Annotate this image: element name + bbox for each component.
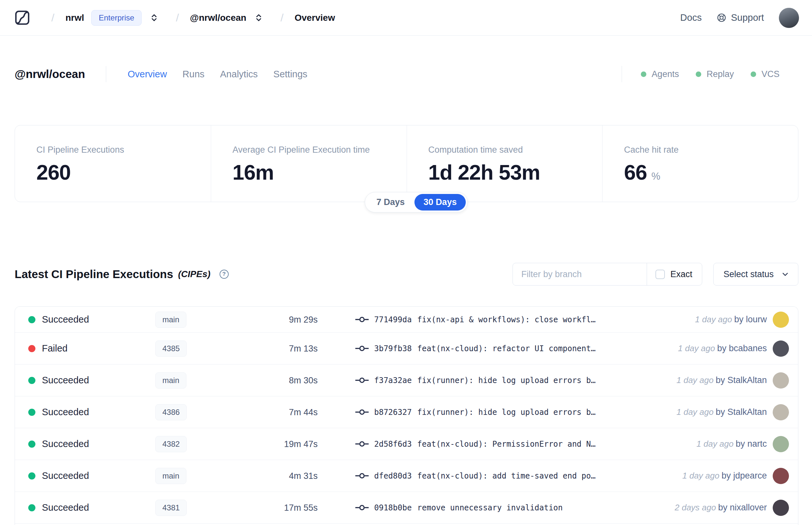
breadcrumb-separator: / bbox=[176, 11, 179, 24]
author-avatar bbox=[773, 436, 789, 452]
workspace-title: @nrwl/ocean bbox=[15, 68, 85, 80]
stat-label: Average CI Pipeline Execution time bbox=[232, 145, 407, 155]
status-label: Succeeded bbox=[42, 439, 148, 449]
duration: 4m 31s bbox=[261, 471, 318, 481]
branch-badge[interactable]: 4385 bbox=[155, 341, 187, 357]
branch-badge[interactable]: main bbox=[155, 468, 186, 484]
status-label: Failed bbox=[42, 343, 148, 354]
executions-header: Latest CI Pipeline Executions (CIPEs) ? … bbox=[15, 262, 798, 287]
commit[interactable]: dfed80d3 feat(nx-cloud): add time-saved … bbox=[355, 471, 596, 480]
commit[interactable]: b8726327 fix(runner): hide log upload er… bbox=[355, 408, 596, 417]
service-replay[interactable]: Replay bbox=[696, 69, 734, 79]
tab-runs[interactable]: Runs bbox=[183, 69, 205, 79]
org-switcher-button[interactable] bbox=[149, 13, 159, 22]
commit-message: remove unnecessary invalidation bbox=[417, 503, 563, 512]
commit[interactable]: 2d58f6d3 feat(nx-cloud): PermissionError… bbox=[355, 439, 596, 449]
service-label: Replay bbox=[706, 69, 734, 79]
commit-message: feat(nx-cloud): refactor UI component… bbox=[417, 344, 596, 353]
support-label: Support bbox=[731, 12, 764, 23]
header-actions: Docs Support bbox=[680, 8, 799, 28]
row-meta: 1 day ago by StalkAltan bbox=[677, 404, 789, 420]
tab-overview[interactable]: Overview bbox=[128, 69, 167, 79]
branch-filter-group: Exact bbox=[512, 263, 703, 286]
tab-analytics[interactable]: Analytics bbox=[220, 69, 258, 79]
chevron-up-down-icon bbox=[254, 13, 263, 22]
commit-hash: 2d58f6d3 bbox=[374, 439, 412, 449]
status-label: Succeeded bbox=[42, 470, 148, 481]
table-row[interactable]: Succeeded 4381 17m 55s 0918b0be remove u… bbox=[15, 492, 798, 524]
stat-average-execution-time: Average CI Pipeline Execution time 16m bbox=[211, 125, 407, 202]
life-buoy-icon bbox=[717, 13, 726, 23]
status-dot bbox=[641, 72, 646, 77]
status-dot bbox=[28, 472, 35, 480]
nx-logo-icon[interactable] bbox=[15, 10, 30, 25]
stat-value: 16m bbox=[232, 160, 407, 184]
table-row[interactable]: Succeeded main 8m 30s f37a32ae fix(runne… bbox=[15, 364, 798, 396]
status-label: Succeeded bbox=[42, 375, 148, 386]
author-avatar bbox=[773, 404, 789, 420]
service-vcs[interactable]: VCS bbox=[751, 69, 780, 79]
chevron-down-icon bbox=[781, 270, 790, 279]
author: by nixallover bbox=[718, 502, 767, 512]
breadcrumb-org[interactable]: nrwl bbox=[65, 13, 84, 23]
service-agents[interactable]: Agents bbox=[641, 69, 679, 79]
chevron-up-down-icon bbox=[149, 13, 159, 22]
table-row[interactable]: Succeeded 4386 7m 44s b8726327 fix(runne… bbox=[15, 396, 798, 428]
time-ago: 2 days ago bbox=[675, 502, 716, 512]
service-status-list: Agents Replay VCS bbox=[641, 69, 780, 79]
commit[interactable]: 3b79fb38 feat(nx-cloud): refactor UI com… bbox=[355, 344, 596, 353]
service-label: VCS bbox=[761, 69, 780, 79]
stats-panel: CI Pipeline Executions 260 Average CI Pi… bbox=[15, 125, 798, 202]
commit-hash: f37a32ae bbox=[374, 376, 412, 385]
row-meta: 1 day ago by StalkAltan bbox=[677, 372, 789, 389]
user-avatar[interactable] bbox=[779, 8, 799, 28]
duration: 19m 47s bbox=[261, 439, 318, 449]
exact-filter: Exact bbox=[647, 263, 702, 285]
row-meta: 1 day ago by nartc bbox=[696, 436, 789, 452]
status-dot bbox=[28, 316, 35, 323]
tab-settings[interactable]: Settings bbox=[274, 69, 308, 79]
status-select-button[interactable]: Select status bbox=[713, 263, 798, 286]
status-dot bbox=[696, 72, 701, 77]
commit[interactable]: f37a32ae fix(runner): hide log upload er… bbox=[355, 376, 596, 385]
commit[interactable]: 0918b0be remove unnecessary invalidation bbox=[355, 503, 563, 512]
exact-checkbox[interactable] bbox=[656, 270, 665, 279]
commit-message: feat(nx-cloud): PermissionError and N… bbox=[417, 439, 596, 449]
table-row[interactable]: Failed 4385 7m 13s 3b79fb38 feat(nx-clou… bbox=[15, 333, 798, 364]
branch-filter-input[interactable] bbox=[513, 263, 647, 285]
status-label: Succeeded bbox=[42, 502, 148, 513]
row-meta: 1 day ago by jdpearce bbox=[683, 468, 789, 484]
branch-badge[interactable]: 4382 bbox=[155, 436, 187, 452]
executions-title: Latest CI Pipeline Executions bbox=[15, 268, 173, 281]
workspace-switcher-button[interactable] bbox=[254, 13, 263, 22]
author: by lourw bbox=[734, 314, 767, 324]
status-dot bbox=[28, 345, 35, 352]
commit-message: fix(runner): hide log upload errors b… bbox=[417, 408, 596, 417]
commit[interactable]: 771499da fix(nx-api & workflows): close … bbox=[355, 315, 596, 324]
breadcrumb-workspace[interactable]: @nrwl/ocean bbox=[190, 13, 246, 23]
branch-badge[interactable]: main bbox=[155, 372, 186, 389]
toggle-30-days[interactable]: 30 Days bbox=[414, 194, 466, 211]
duration: 7m 13s bbox=[261, 343, 318, 354]
branch-badge[interactable]: 4381 bbox=[155, 500, 187, 516]
status-dot bbox=[28, 440, 35, 448]
divider bbox=[622, 66, 622, 82]
divider bbox=[106, 66, 106, 82]
status-dot bbox=[28, 504, 35, 511]
table-row[interactable]: Succeeded main 9m 29s 771499da fix(nx-ap… bbox=[15, 307, 798, 333]
stat-ci-pipeline-executions: CI Pipeline Executions 260 bbox=[15, 125, 211, 202]
branch-badge[interactable]: 4386 bbox=[155, 404, 187, 420]
breadcrumb-page: Overview bbox=[295, 13, 335, 23]
executions-filters: Exact Select status bbox=[512, 263, 798, 286]
commit-hash: 771499da bbox=[374, 315, 412, 324]
toggle-7-days[interactable]: 7 Days bbox=[367, 197, 414, 207]
help-icon[interactable]: ? bbox=[219, 270, 229, 279]
author: by StalkAltan bbox=[716, 375, 767, 385]
table-row[interactable]: Succeeded main 4m 31s dfed80d3 feat(nx-c… bbox=[15, 460, 798, 492]
support-link[interactable]: Support bbox=[717, 12, 764, 23]
table-row[interactable]: Succeeded 4382 19m 47s 2d58f6d3 feat(nx-… bbox=[15, 428, 798, 460]
docs-link[interactable]: Docs bbox=[680, 12, 702, 23]
stat-computation-time-saved: Computation time saved 1d 22h 53m bbox=[407, 125, 602, 202]
status-label: Succeeded bbox=[42, 407, 148, 418]
branch-badge[interactable]: main bbox=[155, 312, 186, 328]
